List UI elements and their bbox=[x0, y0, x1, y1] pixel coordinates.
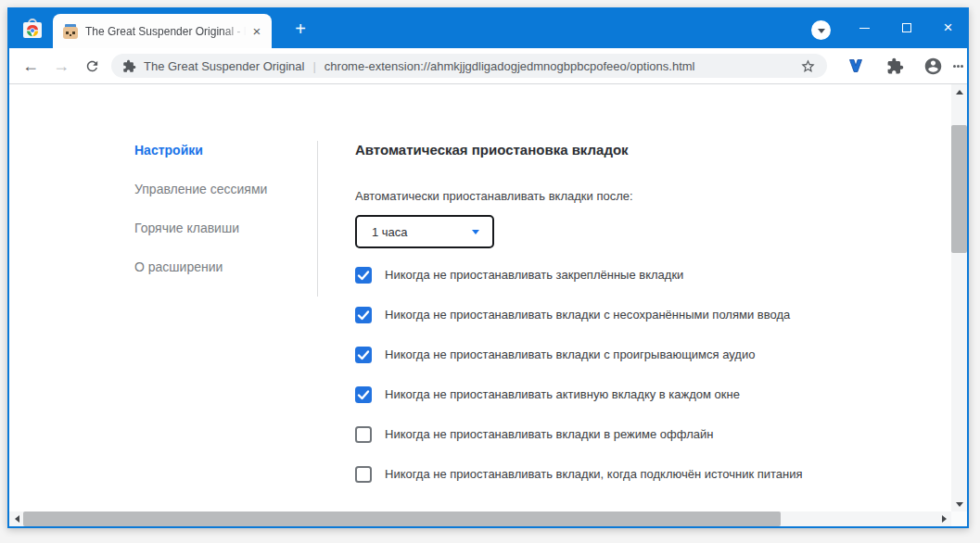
vpn-extension-icon[interactable] bbox=[847, 57, 864, 74]
omnibox-url: chrome-extension://ahmkjjgdligadogjedmno… bbox=[325, 59, 695, 73]
reload-button[interactable] bbox=[79, 53, 105, 79]
profile-avatar-icon[interactable] bbox=[923, 57, 943, 76]
address-bar[interactable]: The Great Suspender Original | chrome-ex… bbox=[111, 54, 827, 78]
browser-tab[interactable]: The Great Suspender Original - Н × bbox=[53, 14, 272, 48]
checkbox-row-4[interactable]: Никогда не приостанавливать вкладки в ре… bbox=[355, 423, 808, 447]
vertical-scrollbar bbox=[951, 84, 967, 511]
maximize-button[interactable] bbox=[885, 7, 927, 48]
checkbox-row-1[interactable]: Никогда не приостанавливать вкладки с не… bbox=[355, 303, 808, 327]
settings-panel: Автоматическая приостановка вкладок Авто… bbox=[355, 142, 830, 502]
sidebar-item-1[interactable]: Управление сессиями bbox=[134, 180, 317, 219]
scroll-up-button[interactable] bbox=[951, 84, 967, 99]
checkbox-label: Никогда не приостанавливать вкладки с пр… bbox=[385, 347, 755, 361]
chevron-down-icon bbox=[472, 230, 479, 234]
omnibox-separator: | bbox=[312, 59, 315, 73]
forward-button[interactable]: → bbox=[48, 53, 74, 79]
back-button[interactable]: ← bbox=[18, 53, 44, 79]
extension-puzzle-icon bbox=[122, 59, 136, 73]
extension-favicon-icon bbox=[63, 24, 78, 39]
horizontal-scrollbar-thumb[interactable] bbox=[23, 511, 781, 526]
tab-title: The Great Suspender Original - Н bbox=[85, 25, 249, 38]
arrow-right-icon bbox=[942, 515, 947, 523]
extensions-menu-icon[interactable] bbox=[886, 57, 904, 75]
chevron-down-icon bbox=[818, 29, 825, 33]
checkbox[interactable] bbox=[355, 426, 372, 443]
suspend-delay-select[interactable]: 1 часа bbox=[355, 215, 494, 248]
new-tab-button[interactable]: + bbox=[288, 19, 312, 41]
checkbox-row-3[interactable]: Никогда не приостанавливать активную вкл… bbox=[355, 383, 808, 407]
browser-window: The Great Suspender Original - Н × + × ←… bbox=[7, 7, 969, 528]
select-value: 1 часа bbox=[372, 225, 472, 239]
window-body: ← → The Great Suspender Original | chrom… bbox=[9, 48, 967, 526]
browser-menu-icon[interactable] bbox=[952, 63, 963, 69]
page-title: Автоматическая приостановка вкладок bbox=[355, 142, 830, 158]
arrow-down-icon bbox=[956, 502, 963, 507]
sidebar-item-0[interactable]: Настройки bbox=[134, 141, 317, 180]
omnibox-extension-name: The Great Suspender Original bbox=[144, 59, 304, 73]
sidebar-nav: Настройки Управление сессиями Горячие кл… bbox=[134, 141, 318, 297]
checkbox-label: Никогда не приостанавливать активную вкл… bbox=[385, 387, 740, 401]
maximize-icon bbox=[902, 23, 911, 32]
minimize-button[interactable] bbox=[844, 7, 885, 48]
horizontal-scrollbar bbox=[9, 511, 951, 526]
window-controls: × bbox=[844, 7, 969, 48]
screen: The Great Suspender Original - Н × + × ←… bbox=[0, 0, 980, 543]
checkbox[interactable] bbox=[355, 267, 372, 284]
checkbox[interactable] bbox=[355, 386, 372, 403]
checkbox-label: Никогда не приостанавливать вкладки с не… bbox=[385, 308, 790, 322]
options-page: Настройки Управление сессиями Горячие кл… bbox=[9, 84, 967, 526]
checkbox-row-5[interactable]: Никогда не приостанавливать вкладки, ког… bbox=[355, 462, 808, 486]
checkbox[interactable] bbox=[355, 347, 372, 363]
checkbox[interactable] bbox=[355, 466, 372, 483]
scroll-left-button[interactable] bbox=[9, 511, 24, 526]
checkbox-row-2[interactable]: Никогда не приостанавливать вкладки с пр… bbox=[355, 343, 808, 367]
titlebar: The Great Suspender Original - Н × + × bbox=[7, 7, 969, 48]
checkbox-list: Никогда не приостанавливать закреплённые… bbox=[355, 263, 830, 486]
sidebar-item-3[interactable]: О расширении bbox=[134, 258, 317, 297]
checkbox-label: Никогда не приостанавливать вкладки, ког… bbox=[385, 467, 803, 481]
titlebar-profile-badge[interactable] bbox=[811, 20, 831, 40]
tab-close-icon[interactable]: × bbox=[249, 24, 264, 39]
suspend-delay-label: Автоматически приостанавливать вкладки п… bbox=[355, 189, 830, 203]
checkbox-label: Никогда не приостанавливать вкладки в ре… bbox=[385, 427, 713, 441]
sidebar-item-2[interactable]: Горячие клавиши bbox=[134, 219, 317, 258]
reload-icon bbox=[84, 58, 100, 74]
vertical-scrollbar-thumb[interactable] bbox=[951, 125, 967, 253]
checkbox-row-0[interactable]: Никогда не приостанавливать закреплённые… bbox=[355, 263, 808, 287]
bookmark-star-icon[interactable] bbox=[800, 58, 816, 74]
close-button[interactable]: × bbox=[927, 7, 969, 48]
scroll-right-button[interactable] bbox=[936, 511, 951, 526]
checkbox-label: Никогда не приостанавливать закреплённые… bbox=[385, 268, 683, 282]
arrow-left-icon bbox=[15, 515, 19, 523]
scroll-down-button[interactable] bbox=[951, 497, 967, 511]
minimize-icon bbox=[859, 28, 870, 29]
chrome-web-store-icon[interactable] bbox=[22, 18, 43, 41]
arrow-up-icon bbox=[956, 90, 963, 95]
browser-toolbar: ← → The Great Suspender Original | chrom… bbox=[9, 48, 967, 84]
scrollbar-corner bbox=[951, 511, 967, 526]
checkbox[interactable] bbox=[355, 307, 372, 323]
